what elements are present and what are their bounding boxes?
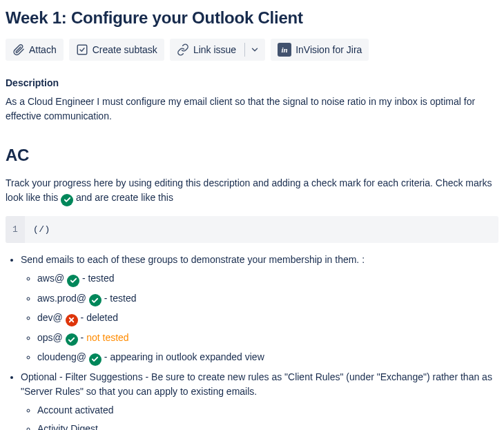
group-status: - deleted xyxy=(81,312,118,323)
ac-heading: AC xyxy=(6,143,498,168)
attach-button[interactable]: Attach xyxy=(6,39,64,61)
group-status: - tested xyxy=(82,273,115,284)
group-name: cloudeng@ xyxy=(37,351,89,362)
list-item: Send emails to each of these groups to d… xyxy=(21,253,498,366)
code-content: (/) xyxy=(25,216,59,244)
group-status: - appearing in outlook expanded view xyxy=(104,351,264,362)
optional-header: Optional - Filter Suggestions - Be sure … xyxy=(21,371,492,397)
link-icon xyxy=(177,43,189,56)
description-text: As a Cloud Engineer I must configure my … xyxy=(6,95,498,124)
link-issue-label: Link issue xyxy=(193,44,236,55)
list-item: dev@ - deleted xyxy=(37,311,498,326)
filter-item: Activity Digest xyxy=(37,423,98,431)
check-icon xyxy=(89,353,101,366)
check-icon xyxy=(66,333,78,346)
code-line-number: 1 xyxy=(6,216,25,244)
cross-icon xyxy=(66,314,78,326)
invision-icon: in xyxy=(278,43,291,57)
group-name: aws.prod@ xyxy=(37,293,89,304)
attachment-icon xyxy=(12,43,25,56)
link-issue-button[interactable]: Link issue xyxy=(170,39,244,61)
group-status-warning: not tested xyxy=(86,332,129,343)
list-item: Account activated xyxy=(37,403,498,418)
create-subtask-label: Create subtask xyxy=(93,44,157,55)
filter-item: Account activated xyxy=(37,404,114,416)
group-status-dash: - xyxy=(81,332,87,343)
link-issue-combo: Link issue xyxy=(170,39,265,61)
send-groups-header: Send emails to each of these groups to d… xyxy=(21,254,365,265)
description-label: Description xyxy=(6,76,498,90)
group-name: dev@ xyxy=(37,312,66,323)
issue-title: Week 1: Configure your Outlook Client xyxy=(6,6,498,30)
list-item: aws@ - tested xyxy=(37,271,498,287)
group-name: ops@ xyxy=(37,332,66,343)
invision-label: InVision for Jira xyxy=(295,44,362,55)
issue-toolbar: Attach Create subtask Link issue in InVi… xyxy=(6,39,498,61)
check-icon xyxy=(89,294,101,306)
subtask-icon xyxy=(76,43,88,56)
create-subtask-button[interactable]: Create subtask xyxy=(69,39,164,61)
list-item: Optional - Filter Suggestions - Be sure … xyxy=(21,370,498,431)
list-item: Activity Digest xyxy=(37,422,498,431)
svg-rect-0 xyxy=(77,45,87,55)
list-item: cloudeng@ - appearing in outlook expande… xyxy=(37,350,498,366)
chevron-down-icon xyxy=(250,45,260,55)
check-icon xyxy=(67,275,79,287)
code-block: 1 (/) xyxy=(6,216,498,244)
list-item: aws.prod@ - tested xyxy=(37,291,498,307)
list-item: ops@ - not tested xyxy=(37,331,498,346)
group-name: aws@ xyxy=(37,273,67,284)
invision-button[interactable]: in InVision for Jira xyxy=(271,39,369,61)
ac-intro: Track your progress here by using editin… xyxy=(6,176,498,206)
link-issue-more-button[interactable] xyxy=(244,39,265,61)
attach-label: Attach xyxy=(29,44,57,55)
ac-intro-post: and are create like this xyxy=(76,192,173,203)
ac-content: Send emails to each of these groups to d… xyxy=(6,253,498,430)
group-status: - tested xyxy=(104,293,137,304)
check-icon xyxy=(61,194,73,206)
